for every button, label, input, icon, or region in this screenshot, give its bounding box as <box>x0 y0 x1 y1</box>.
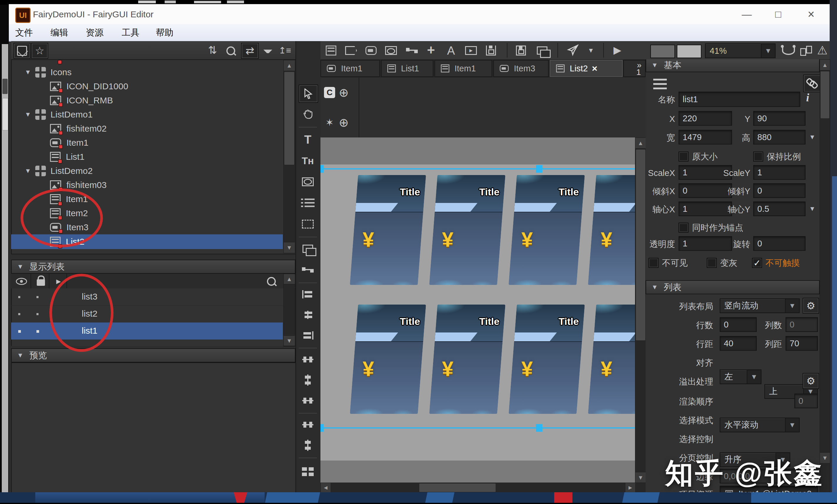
add-icon[interactable]: + <box>423 43 439 57</box>
tool-graph[interactable] <box>299 174 317 190</box>
transform-icon[interactable] <box>799 44 814 58</box>
keep-ratio-checkbox[interactable]: 保持比例 <box>753 149 801 164</box>
add-transition-icon[interactable]: ⊕ <box>337 116 351 129</box>
tool-align-center[interactable] <box>299 307 317 322</box>
tree-item-icons[interactable]: ▼ Icons <box>11 65 283 79</box>
canvas-vscroll-up-icon[interactable]: ▲ <box>635 137 646 149</box>
tool-align-top[interactable] <box>299 352 317 367</box>
tab-item3[interactable]: Item3 <box>493 60 549 77</box>
library-favorites-button[interactable]: ☆ <box>31 43 48 59</box>
inspector-scroll-up-icon[interactable]: ▲ <box>820 59 830 71</box>
publish-plane-icon[interactable] <box>565 43 581 58</box>
tree-item-fishitem02[interactable]: fishitem02 <box>11 122 283 136</box>
tab-list1[interactable]: List1 <box>381 60 433 77</box>
list-item-card[interactable]: Title ¥ <box>429 175 505 285</box>
layout-select[interactable]: 竖向流动 ▼ <box>720 298 800 313</box>
scaley-input[interactable]: 1 <box>753 165 805 180</box>
canvas-color-swatch-light[interactable] <box>677 45 701 58</box>
cols-input-disabled[interactable]: 0 <box>786 317 818 332</box>
grayed-checkbox[interactable]: 变灰 <box>707 256 737 270</box>
menu-resources[interactable]: 资源 <box>86 24 104 41</box>
list-item-card[interactable]: Title ¥ <box>350 175 426 285</box>
zoom-select[interactable]: 41% ▼ <box>705 43 776 58</box>
taskbar-segment[interactable] <box>425 492 455 503</box>
list-item-card[interactable]: Title ¥ <box>429 304 505 414</box>
tree-item-icon-did1000[interactable]: ICON_DID1000 <box>11 79 283 93</box>
canvas-hscroll-left-icon[interactable]: ◄ <box>320 483 331 493</box>
visible-dot[interactable] <box>18 313 20 315</box>
menu-tools[interactable]: 工具 <box>122 24 139 41</box>
untouchable-checkbox-checked[interactable]: ✓ 不可触摸 <box>752 256 800 270</box>
tool-hand[interactable] <box>299 106 317 123</box>
publish-dropdown-caret-icon[interactable]: ▼ <box>585 46 597 55</box>
link-button[interactable] <box>803 75 821 92</box>
tree-item-listdemo1[interactable]: ▼ ListDemo1 <box>11 108 283 122</box>
tool-grid[interactable] <box>299 464 317 479</box>
relations-curve-icon[interactable] <box>781 45 796 58</box>
expand-caret-icon[interactable]: ▼ <box>25 69 31 76</box>
visible-dot[interactable] <box>18 296 20 298</box>
tool-align-middle[interactable] <box>299 372 317 388</box>
collapse-caret-icon[interactable]: ▼ <box>17 263 23 270</box>
layout-caret-icon[interactable]: ▼ <box>785 299 799 313</box>
taskbar-segment[interactable] <box>35 492 265 503</box>
tree-scroll-up-icon[interactable]: ▲ <box>283 60 295 71</box>
play-test-icon[interactable]: ► <box>609 43 626 58</box>
add-controller-icon[interactable]: ⊕ <box>337 86 351 99</box>
refresh-icon[interactable]: ⇅ <box>206 44 219 56</box>
rows-input[interactable]: 0 <box>720 317 757 332</box>
list-item-card[interactable]: Title ¥ <box>350 304 426 414</box>
canvas-viewport[interactable]: Title ¥ Title ¥ Title ¥ Title ¥ Title ¥ … <box>320 137 635 483</box>
lock-dot[interactable] <box>36 296 38 298</box>
render-extra-input-disabled[interactable]: 0 <box>795 394 818 408</box>
overflow-gear-button[interactable]: ⚙ <box>803 373 819 389</box>
selection-handle[interactable] <box>320 165 324 173</box>
selection-handle[interactable] <box>536 424 542 432</box>
menu-file[interactable]: 文件 <box>15 24 33 41</box>
visibility-eye-icon[interactable] <box>14 276 29 287</box>
list-item-card[interactable]: Title ¥ <box>509 175 585 285</box>
layout-gear-button[interactable]: ⚙ <box>803 298 819 314</box>
lock-icon[interactable] <box>34 274 48 287</box>
sync-view-button[interactable]: ⇄ <box>241 43 259 59</box>
info-icon[interactable]: i <box>806 91 809 104</box>
tab-overflow[interactable]: » 1 <box>623 60 646 77</box>
save-icon[interactable] <box>513 43 529 58</box>
rotation-input[interactable]: 0 <box>753 236 805 251</box>
sort-icon[interactable]: ↥≡ <box>278 44 292 56</box>
new-combobox-icon[interactable] <box>384 43 399 58</box>
search-icon[interactable] <box>224 45 237 57</box>
tab-list2-active[interactable]: List2 × <box>550 60 623 77</box>
align-h-select[interactable]: 左 ▼ <box>720 370 762 384</box>
library-package-button[interactable] <box>14 43 31 59</box>
tab-close-icon[interactable]: × <box>592 63 598 74</box>
preview-header[interactable]: ▼ 预览 <box>11 348 296 362</box>
canvas-vscroll-down-icon[interactable]: ▼ <box>635 472 646 483</box>
warning-icon[interactable]: ⚠ <box>815 43 830 58</box>
tree-item-icon-rmb[interactable]: ICON_RMB <box>11 93 283 108</box>
movieclip-icon[interactable]: ► <box>463 43 479 58</box>
canvas-color-swatch-dark[interactable] <box>650 45 675 58</box>
tool-select-cursor[interactable] <box>299 85 318 103</box>
tab-item1-a[interactable]: Item1 <box>320 60 380 77</box>
display-scroll-down-icon[interactable]: ▼ <box>283 335 295 346</box>
text-icon[interactable]: A <box>443 43 459 58</box>
display-scroll-up-icon[interactable]: ▲ <box>283 274 295 284</box>
section-basic-header[interactable]: ▼ 基本 <box>646 59 820 72</box>
tool-input-text[interactable]: Tʜ <box>299 153 317 169</box>
tool-list[interactable] <box>299 195 317 211</box>
taskbar-segment[interactable] <box>265 492 320 503</box>
size-caret-icon[interactable]: ▼ <box>809 133 816 141</box>
display-list-header[interactable]: ▼ 显示列表 <box>11 260 296 274</box>
overflow-select[interactable]: 水平滚动 ▼ <box>720 418 800 432</box>
save-all-icon[interactable] <box>534 43 550 58</box>
tree-scroll-down-icon[interactable]: ▼ <box>283 242 295 253</box>
canvas-hscrollbar-thumb[interactable] <box>419 483 496 492</box>
new-component-icon[interactable] <box>323 43 339 58</box>
pivoty-input[interactable]: 0.5 <box>753 202 805 216</box>
list-item-card[interactable]: Title ¥ <box>509 304 585 414</box>
expand-caret-icon[interactable]: ▼ <box>25 167 31 175</box>
rowgap-input[interactable]: 40 <box>720 336 757 351</box>
inspector-scrollbar-thumb[interactable] <box>820 71 830 119</box>
tool-text[interactable]: T <box>299 132 317 147</box>
